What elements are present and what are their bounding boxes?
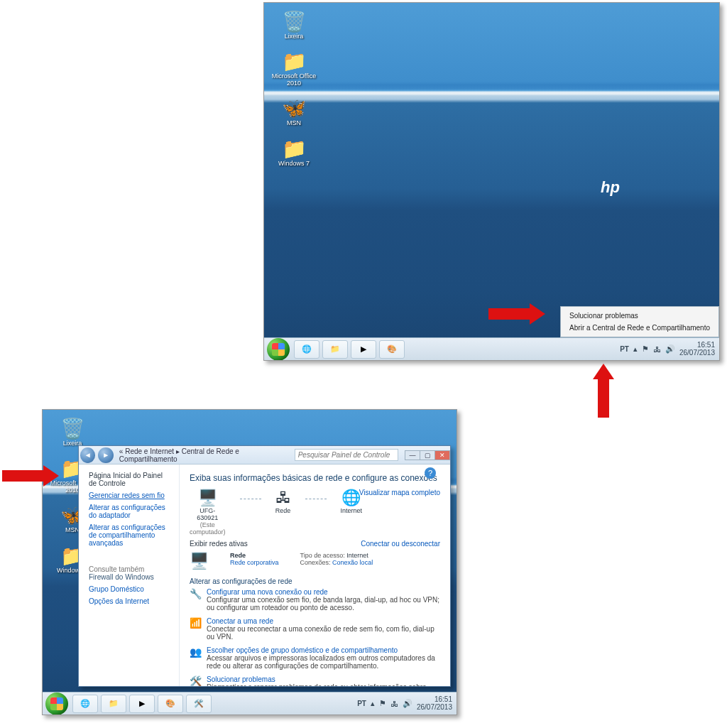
- node-this-pc: 🖥️ UFG-630921 (Este computador): [190, 489, 226, 536]
- msn-icon: 🦋: [282, 97, 307, 120]
- tray-flag-icon[interactable]: ⚑: [642, 344, 649, 354]
- conn-label: Conexões:: [300, 559, 331, 566]
- view-map-link[interactable]: Visualizar mapa completo: [359, 489, 440, 496]
- task-desc: Configurar uma conexão sem fio, de banda…: [207, 596, 440, 612]
- task-icon: 👥: [190, 646, 201, 670]
- desktop-icon-windows-7[interactable]: 📁Windows 7: [271, 137, 317, 167]
- see-link-firewall[interactable]: Firewall do Windows: [89, 573, 172, 581]
- access-value: Internet: [346, 552, 368, 559]
- active-name: Rede: [230, 552, 279, 559]
- tray-flag-icon[interactable]: ⚑: [379, 699, 386, 708]
- system-tray: PT ▴ ⚑ 🖧 🔊 16:51 26/07/2013: [357, 696, 457, 711]
- window-body: Página Inicial do Painel de Controle Ger…: [79, 464, 450, 686]
- task-desc: Diagnosticar e reparar problemas de rede…: [207, 683, 440, 686]
- taskbar-paint-icon[interactable]: 🎨: [158, 695, 183, 713]
- task-3: 🛠️Solucionar problemasDiagnosticar e rep…: [190, 675, 440, 686]
- sidebar-header: Página Inicial do Painel de Controle: [89, 472, 172, 487]
- start-button[interactable]: [45, 692, 68, 715]
- access-label: Tipo de acesso:: [300, 552, 345, 559]
- taskbar-explorer-icon[interactable]: 📁: [101, 695, 126, 713]
- node-pc-sub: (Este computador): [190, 521, 226, 536]
- taskbar-ie-icon[interactable]: 🌐: [72, 695, 98, 713]
- network-context-menu: Solucionar problemasAbrir a Central de R…: [560, 306, 719, 337]
- task-icon: 📶: [190, 617, 201, 641]
- language-indicator[interactable]: PT: [620, 345, 629, 353]
- sidebar-link-sharing[interactable]: Alterar as configurações de compartilham…: [89, 523, 172, 547]
- connect-disconnect-link[interactable]: Conectar ou desconectar: [361, 540, 440, 548]
- tray-chevron-icon[interactable]: ▴: [633, 344, 638, 354]
- system-tray: PT ▴ ⚑ 🖧 🔊 16:51 26/07/2013: [620, 342, 719, 357]
- task-1: 📶Conectar a uma redeConectar ou reconect…: [190, 617, 440, 641]
- active-networks-header: Exibir redes ativas Conectar ou desconec…: [190, 540, 440, 548]
- taskbar-explorer-icon[interactable]: 📁: [322, 340, 348, 359]
- task-desc: Conectar ou reconectar a uma conexão de …: [207, 625, 440, 641]
- desktop-icon-lixeira[interactable]: 🗑️Lixeira: [50, 417, 95, 447]
- back-button[interactable]: ◄: [80, 447, 95, 463]
- task-link[interactable]: Configurar uma nova conexão ou rede: [207, 588, 440, 596]
- task-icon: 🛠️: [190, 675, 201, 686]
- control-panel-window: ◄ ► « Rede e Internet ▸ Central de Rede …: [78, 445, 451, 687]
- taskbar: 🌐 📁 ▶ 🎨 🛠️ PT ▴ ⚑ 🖧 🔊 16:51 26/07/2013: [43, 692, 457, 715]
- maximize-button[interactable]: ▢: [420, 450, 435, 460]
- desktop-icon-msn[interactable]: 🦋MSN: [271, 97, 317, 126]
- context-menu-item-0[interactable]: Solucionar problemas: [561, 310, 718, 322]
- see-also-header: Consulte também: [89, 565, 172, 573]
- desktop-icon-lixeira[interactable]: 🗑️Lixeira: [271, 10, 317, 40]
- help-icon[interactable]: ?: [425, 467, 436, 479]
- active-network: 🖥️ Rede Rede corporativa Tipo de acesso:…: [190, 552, 440, 570]
- tray-volume-icon[interactable]: 🔊: [403, 699, 412, 708]
- taskbar-media-icon[interactable]: ▶: [351, 340, 376, 359]
- desktop-icon-label: Lixeira: [271, 33, 317, 40]
- desktop-icon-label: MSN: [271, 120, 317, 126]
- map-dash: [240, 499, 261, 499]
- tray-chevron-icon[interactable]: ▴: [371, 699, 375, 708]
- taskbar-paint-icon[interactable]: 🎨: [379, 340, 405, 359]
- window-titlebar: ◄ ► « Rede e Internet ▸ Central de Rede …: [79, 446, 450, 464]
- taskbar-ie-icon[interactable]: 🌐: [294, 340, 319, 359]
- task-link[interactable]: Solucionar problemas: [207, 675, 440, 683]
- task-link[interactable]: Conectar a uma rede: [207, 617, 440, 625]
- sidebar-link-adapter[interactable]: Alterar as configurações do adaptador: [89, 504, 172, 519]
- conn-value[interactable]: Conexão local: [332, 559, 373, 566]
- task-link[interactable]: Escolher opções de grupo doméstico e de …: [207, 646, 440, 654]
- language-indicator[interactable]: PT: [357, 700, 366, 707]
- node-inet-label: Internet: [341, 507, 363, 514]
- lixeira-icon: 🗑️: [60, 417, 85, 440]
- task-desc: Acessar arquivos e impressoras localizad…: [207, 654, 440, 670]
- node-net-label: Rede: [275, 507, 291, 514]
- minimize-button[interactable]: —: [405, 450, 420, 460]
- tray-network-icon[interactable]: 🖧: [653, 345, 661, 354]
- node-pc-label: UFG-630921: [190, 507, 226, 521]
- tray-volume-icon[interactable]: 🔊: [665, 344, 675, 354]
- computer-icon: 🖥️: [190, 489, 226, 507]
- breadcrumb[interactable]: « Rede e Internet ▸ Central de Rede e Co…: [119, 447, 295, 463]
- start-button[interactable]: [267, 338, 290, 361]
- desktop-icon-label: Microsoft Office 2010: [271, 73, 317, 87]
- hp-logo: hp: [601, 178, 620, 197]
- network-icon: 🖧: [275, 489, 291, 507]
- desktop-icon-office-2010[interactable]: 📁Microsoft Office 2010: [271, 50, 317, 87]
- node-internet: 🌐 Internet: [341, 489, 363, 514]
- search-input[interactable]: [295, 449, 398, 461]
- see-link-internet[interactable]: Opções da Internet: [89, 597, 172, 605]
- task-2: 👥Escolher opções de grupo doméstico e de…: [190, 646, 440, 670]
- tray-date: 26/07/2013: [417, 704, 452, 712]
- see-link-homegroup[interactable]: Grupo Doméstico: [89, 585, 172, 593]
- tray-network-icon[interactable]: 🖧: [390, 700, 398, 708]
- task-icon: 🔧: [190, 588, 201, 612]
- tasks-list: 🔧Configurar uma nova conexão ou redeConf…: [190, 588, 440, 686]
- tray-clock[interactable]: 16:51 26/07/2013: [679, 342, 715, 357]
- tray-time: 16:51: [417, 696, 452, 704]
- sidebar-link-wireless[interactable]: Gerenciar redes sem fio: [89, 491, 172, 499]
- forward-button[interactable]: ►: [98, 447, 113, 463]
- close-button[interactable]: ✕: [434, 450, 450, 460]
- page-title: Exiba suas informações básicas de rede e…: [190, 473, 440, 483]
- tray-clock[interactable]: 16:51 26/07/2013: [417, 696, 452, 711]
- context-menu-item-1[interactable]: Abrir a Central de Rede e Compartilhamen…: [561, 322, 718, 334]
- taskbar-media-icon[interactable]: ▶: [129, 695, 155, 713]
- task-0: 🔧Configurar uma nova conexão ou redeConf…: [190, 588, 440, 612]
- globe-icon: 🌐: [341, 489, 363, 507]
- active-type[interactable]: Rede corporativa: [230, 559, 279, 566]
- taskbar-control-panel-icon[interactable]: 🛠️: [186, 695, 212, 713]
- desktop-icon-label: Windows 7: [271, 161, 317, 167]
